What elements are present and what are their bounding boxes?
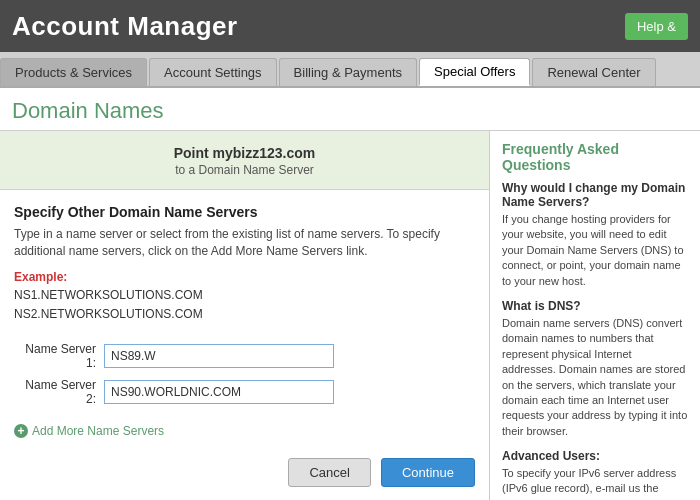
faq-question-3: Advanced Users:	[502, 449, 688, 463]
cancel-button[interactable]: Cancel	[288, 458, 370, 487]
faq-item-2: What is DNS?Domain name servers (DNS) co…	[502, 299, 688, 439]
faq-answer-2: Domain name servers (DNS) convert domain…	[502, 316, 688, 439]
continue-button[interactable]: Continue	[381, 458, 475, 487]
point-domain-box: Point mybizz123.com to a Domain Name Ser…	[0, 131, 489, 190]
example-label: Example:	[14, 270, 475, 284]
page-title: Domain Names	[12, 98, 688, 124]
plus-icon: +	[14, 424, 28, 438]
left-panel: Point mybizz123.com to a Domain Name Ser…	[0, 131, 490, 500]
specify-heading: Specify Other Domain Name Servers	[14, 204, 475, 220]
name-server-input-2[interactable]	[104, 380, 334, 404]
faq-question-2: What is DNS?	[502, 299, 688, 313]
faq-item-1: Why would I change my Domain Name Server…	[502, 181, 688, 289]
field-label-2: Name Server 2:	[14, 378, 104, 406]
page-title-area: Domain Names	[0, 88, 700, 131]
app-title: Account Manager	[12, 11, 238, 42]
faq-answer-1: If you change hosting providers for your…	[502, 212, 688, 289]
faq-items: Why would I change my Domain Name Server…	[502, 181, 688, 500]
form-area: Name Server 1:Name Server 2:	[0, 332, 489, 424]
faq-item-3: Advanced Users:To specify your IPv6 serv…	[502, 449, 688, 500]
form-row-1: Name Server 1:	[14, 342, 475, 370]
tab-offers[interactable]: Special Offers	[419, 58, 530, 86]
specify-description: Type in a name server or select from the…	[14, 226, 475, 260]
name-server-input-1[interactable]	[104, 344, 334, 368]
help-button[interactable]: Help &	[625, 13, 688, 40]
faq-panel: Frequently Asked Questions Why would I c…	[490, 131, 700, 500]
tab-products[interactable]: Products & Services	[0, 58, 147, 86]
specify-section: Specify Other Domain Name Servers Type i…	[0, 190, 489, 332]
add-more-area: + Add More Name Servers	[0, 424, 489, 448]
app-header: Account Manager Help &	[0, 0, 700, 52]
field-label-1: Name Server 1:	[14, 342, 104, 370]
example-values: NS1.NETWORKSOLUTIONS.COMNS2.NETWORKSOLUT…	[14, 286, 475, 324]
faq-answer-3: To specify your IPv6 server address (IPv…	[502, 466, 688, 500]
faq-title: Frequently Asked Questions	[502, 141, 688, 173]
tab-bar: Products & ServicesAccount SettingsBilli…	[0, 52, 700, 88]
tab-renewal[interactable]: Renewal Center	[532, 58, 655, 86]
button-row: Cancel Continue	[0, 448, 489, 497]
tab-billing[interactable]: Billing & Payments	[279, 58, 417, 86]
point-domain-subtitle: to a Domain Name Server	[20, 163, 469, 177]
tab-account[interactable]: Account Settings	[149, 58, 277, 86]
point-domain-title: Point mybizz123.com	[20, 145, 469, 161]
form-row-2: Name Server 2:	[14, 378, 475, 406]
faq-question-1: Why would I change my Domain Name Server…	[502, 181, 688, 209]
add-more-link[interactable]: Add More Name Servers	[32, 424, 164, 438]
main-content: Point mybizz123.com to a Domain Name Ser…	[0, 131, 700, 500]
